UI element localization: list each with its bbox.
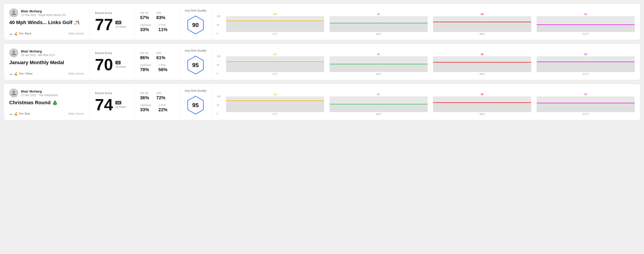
bar-fill-ott (226, 101, 324, 112)
tee-info: ☁ ⛳ Tee: Black (9, 32, 31, 35)
chart-col-arg: 98 ARG (433, 13, 531, 35)
fw-hit-value: 86% (140, 55, 149, 60)
fw-hit-label: FW Hit (140, 52, 149, 55)
chart-area: 100 50 0 110 OTT 87 APP (217, 89, 635, 116)
tee-info: ☁ ⛳ Tee: Yellow (9, 72, 32, 75)
chart-x-label-app: APP (376, 73, 381, 75)
bar-fill-arg (433, 63, 531, 72)
user-info: Blair McHarg 27 Dec 2021 · The Oxfordshi… (21, 89, 58, 97)
gir-value: 72% (156, 95, 165, 101)
updown-value: 33% (140, 27, 151, 32)
updown-stat: Up/Down 78% (140, 64, 151, 72)
oneputt-label: 1 Putt (158, 104, 167, 107)
round-card: Blair McHarg 29 Jan 2022 · Mill Ride GCC… (4, 44, 640, 80)
score-badge: -2 18 Holes (115, 61, 126, 68)
y-100: 100 (217, 95, 220, 98)
bar-line-ott (226, 100, 324, 101)
chart-val-ott: 107 (273, 13, 277, 15)
score-diff-badge: +5 (115, 21, 121, 24)
chart-section: 100 50 0 110 OTT 87 APP (211, 84, 640, 120)
stats-section: FW Hit 57% GIR 83% Up/Down 33% 1 Putt 11… (135, 4, 180, 40)
user-info: Blair McHarg 12 Feb 2022 · Royal North D… (21, 9, 66, 17)
chart-col-ott: 110 OTT (226, 93, 324, 116)
chart-x-label-putt: PUTT (582, 33, 589, 35)
bar-wrapper-arg (433, 96, 531, 112)
holes-label: 18 Holes (115, 105, 126, 109)
date-course: 27 Dec 2021 · The Oxfordshire (21, 94, 58, 97)
chart-val-app: 95 (377, 13, 380, 15)
bar-wrapper-arg (433, 16, 531, 32)
y-50: 50 (217, 24, 220, 26)
user-row: Blair McHarg 29 Jan 2022 · Mill Ride GCC (9, 48, 84, 57)
score-section: Round Score 77 +5 18 Holes (90, 4, 135, 40)
chart-col-putt: 82 PUTT (537, 13, 635, 35)
gir-label: GIR (156, 52, 165, 55)
gir-label: GIR (156, 92, 165, 95)
chart-col-putt: 93 PUTT (537, 93, 635, 116)
hexagon-container: 95 (186, 95, 206, 115)
fw-hit-stat: FW Hit 36% (140, 92, 149, 101)
chart-col-arg: 96 ARG (433, 53, 531, 75)
bar-wrapper-ott (226, 56, 324, 72)
date-course: 12 Feb 2022 · Royal North Devon GC (21, 13, 66, 17)
chart-val-arg: 98 (481, 13, 484, 15)
updown-stat: Up/Down 33% (140, 23, 151, 32)
bar-line-arg (433, 102, 531, 103)
chart-section: 100 50 0 101 OTT 86 APP (211, 44, 640, 80)
chart-x-label-app: APP (376, 113, 381, 116)
bar-line-app (330, 23, 428, 23)
chart-area: 100 50 0 101 OTT 86 APP (217, 48, 635, 75)
card-left: Blair McHarg 27 Dec 2021 · The Oxfordshi… (4, 84, 90, 120)
score-label: Round Score (95, 11, 129, 15)
bar-line-putt (537, 103, 635, 103)
gir-stat: GIR 83% (156, 11, 165, 20)
y-50: 50 (217, 64, 220, 66)
person-icon (11, 50, 16, 56)
bar-line-arg (433, 62, 531, 63)
score-diff-badge: -2 (115, 61, 121, 64)
quality-label: Avg Shot Quality (184, 9, 208, 12)
user-row: Blair McHarg 27 Dec 2021 · The Oxfordshi… (9, 89, 84, 98)
bar-line-putt (537, 61, 635, 62)
quality-section: Avg Shot Quality 90 (180, 4, 211, 40)
bar-fill-arg (433, 103, 531, 112)
tee-label: Tee: Black (19, 32, 31, 35)
fw-hit-value: 57% (140, 15, 149, 20)
updown-label: Up/Down (140, 23, 151, 26)
weather-icon: ☁ (9, 72, 12, 75)
data-source: Data: Arccos (68, 32, 84, 35)
chart-bars: 107 OTT 95 APP 98 (226, 13, 635, 35)
user-name: Blair McHarg (21, 9, 66, 13)
quality-label: Avg Shot Quality (184, 49, 208, 52)
tee-label: Tee: Yellow (19, 72, 32, 75)
bar-fill-putt (537, 25, 635, 32)
chart-val-putt: 82 (584, 13, 587, 15)
bar-fill-ott (226, 62, 324, 72)
bar-line-ott (226, 61, 324, 62)
quality-label: Avg Shot Quality (184, 89, 208, 92)
oneputt-value: 22% (158, 107, 167, 112)
oneputt-label: 1 Putt (158, 23, 167, 26)
chart-val-ott: 110 (273, 93, 277, 96)
chart-col-ott: 101 OTT (226, 53, 324, 75)
chart-val-putt: 93 (584, 93, 587, 96)
gir-value: 61% (156, 55, 165, 60)
chart-x-label-putt: PUTT (582, 73, 589, 75)
bag-icon: ⛳ (14, 112, 18, 116)
round-title: 40 Mph Winds... Links Golf 🪃 (9, 20, 84, 25)
oneputt-stat: 1 Putt 56% (158, 64, 167, 72)
chart-col-app: 95 APP (330, 13, 428, 35)
gir-stat: GIR 61% (156, 52, 165, 60)
gir-stat: GIR 72% (156, 92, 165, 101)
y-50: 50 (217, 104, 220, 107)
tee-label: Tee: Blue (19, 112, 30, 115)
chart-bars: 110 OTT 87 APP 95 (226, 93, 635, 116)
bag-icon: ⛳ (14, 72, 18, 75)
bar-wrapper-app (330, 16, 428, 32)
updown-value: 33% (140, 107, 151, 112)
chart-col-ott: 107 OTT (226, 13, 324, 35)
score-section: Round Score 74 +2 18 Holes (90, 84, 135, 120)
hexagon-container: 90 (186, 15, 206, 35)
bar-line-app (330, 64, 428, 64)
bar-line-ott (226, 20, 324, 21)
